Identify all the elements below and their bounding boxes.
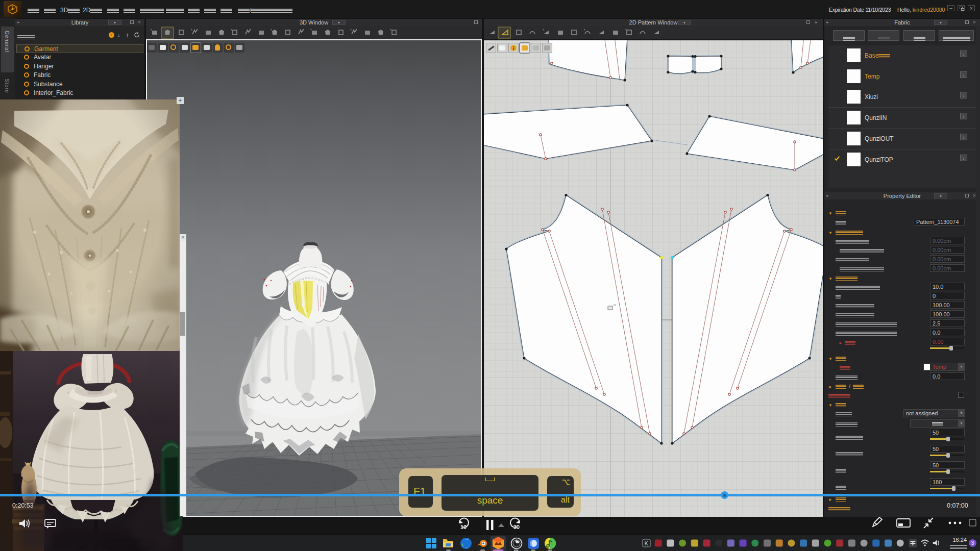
svg-text:30: 30 bbox=[513, 524, 520, 530]
svg-text:10: 10 bbox=[460, 524, 467, 530]
svg-text:K: K bbox=[645, 540, 649, 546]
